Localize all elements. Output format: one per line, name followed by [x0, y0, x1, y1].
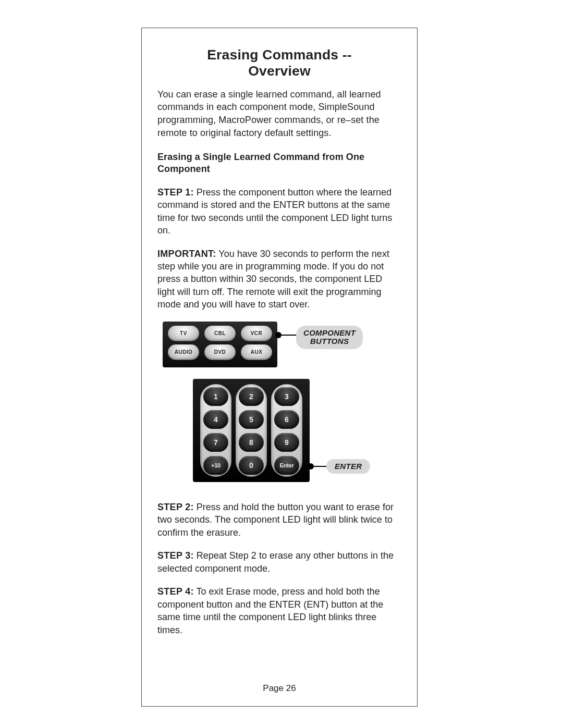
title-line-2: Overview	[248, 63, 310, 79]
important-note: IMPORTANT: You have 30 seconds to perfor…	[157, 248, 401, 311]
keypad-column-1: 1 4 7 +10	[200, 384, 231, 477]
title-line-1: Erasing Commands --	[207, 47, 352, 63]
subheading: Erasing a Single Learned Command from On…	[157, 151, 401, 176]
step-1: STEP 1: Press the component button where…	[157, 186, 401, 237]
callout-line	[280, 335, 296, 336]
callout-component-line2: BUTTONS	[310, 337, 349, 346]
component-button-cbl: CBL	[204, 326, 236, 341]
keypad-column-3: 3 6 9 Enter	[271, 384, 302, 477]
key-0: 0	[239, 456, 264, 475]
key-4: 4	[203, 410, 228, 429]
callout-enter-text: ENTER	[335, 462, 362, 471]
component-row-1: TV CBL VCR	[168, 326, 272, 341]
key-5: 5	[239, 410, 264, 429]
key-9: 9	[274, 433, 299, 452]
step-3-lead: STEP 3:	[157, 550, 194, 561]
component-buttons-figure: TV CBL VCR AUDIO DVD AUX COMPONENT BUTTO…	[163, 322, 387, 374]
component-button-dvd: DVD	[204, 344, 236, 360]
component-row-2: AUDIO DVD AUX	[168, 344, 272, 360]
step-4: STEP 4: To exit Erase mode, press and ho…	[157, 585, 401, 636]
step-4-lead: STEP 4:	[157, 586, 194, 597]
callout-line	[313, 466, 326, 467]
step-3: STEP 3: Repeat Step 2 to erase any other…	[157, 549, 401, 575]
remote-keypad-panel: 1 4 7 +10 2 5 8 0 3 6 9 Enter	[193, 379, 310, 482]
callout-component-buttons: COMPONENT BUTTONS	[296, 326, 363, 349]
manual-page: Erasing Commands -- Overview You can era…	[141, 28, 418, 707]
remote-component-panel: TV CBL VCR AUDIO DVD AUX	[163, 322, 277, 367]
callout-component-line1: COMPONENT	[303, 328, 356, 337]
component-button-aux: AUX	[241, 344, 272, 360]
callout-enter: ENTER	[326, 459, 370, 474]
key-plus10: +10	[203, 456, 228, 475]
key-enter: Enter	[274, 456, 299, 475]
figure: TV CBL VCR AUDIO DVD AUX COMPONENT BUTTO…	[163, 322, 401, 487]
key-7: 7	[203, 433, 228, 452]
page-number: Page 26	[142, 683, 417, 694]
component-button-tv: TV	[168, 326, 199, 341]
page-title: Erasing Commands -- Overview	[157, 47, 401, 80]
key-6: 6	[274, 410, 299, 429]
component-button-vcr: VCR	[241, 326, 272, 341]
keypad-figure: 1 4 7 +10 2 5 8 0 3 6 9 Enter	[163, 379, 387, 487]
keypad-column-2: 2 5 8 0	[236, 384, 267, 477]
step-2: STEP 2: Press and hold the button you wa…	[157, 501, 401, 539]
step-1-lead: STEP 1:	[157, 187, 194, 198]
intro-paragraph: You can erase a single learned command, …	[157, 88, 401, 140]
key-1: 1	[203, 387, 228, 406]
important-lead: IMPORTANT:	[157, 249, 216, 259]
key-8: 8	[239, 433, 264, 452]
step-2-lead: STEP 2:	[157, 502, 194, 512]
component-button-audio: AUDIO	[168, 344, 199, 360]
key-2: 2	[239, 387, 264, 406]
key-3: 3	[274, 387, 299, 406]
